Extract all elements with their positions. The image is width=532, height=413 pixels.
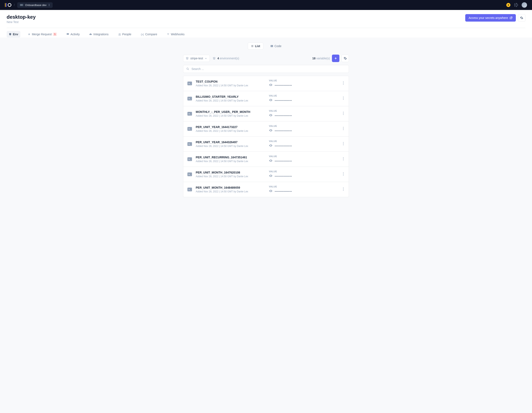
access-secrets-button[interactable]: Access your secrets anywhere: [465, 14, 516, 22]
variable-row[interactable]: >_ PER_UNIT_RECURRING_1647351461 Added N…: [183, 152, 349, 167]
layers-icon: [186, 57, 189, 60]
reveal-value-button[interactable]: [269, 83, 273, 88]
variable-row[interactable]: >_ PER_UNIT_YEAR_1644326497 Added Nov 28…: [183, 137, 349, 152]
search-input[interactable]: [191, 67, 346, 70]
variable-name: TEST_COUPON: [196, 80, 265, 83]
row-menu-button[interactable]: [342, 141, 345, 147]
view-code-button[interactable]: Code: [267, 43, 284, 49]
terminal-icon: >_: [187, 112, 192, 116]
variable-row[interactable]: >_ TEST_COUPON Added Nov 28, 2022 | 14:5…: [183, 76, 349, 91]
row-menu-button[interactable]: [342, 171, 345, 177]
variable-name: PER_UNIT_RECURRING_1647351461: [196, 156, 265, 159]
add-variable-button[interactable]: +: [332, 55, 339, 62]
reveal-value-button[interactable]: [269, 144, 273, 148]
reveal-value-button[interactable]: [269, 128, 273, 133]
variable-row[interactable]: >_ MONTHLY_-_PER_USER,_PER_MONTH Added N…: [183, 106, 349, 121]
tab-label: Webhooks: [171, 33, 185, 36]
reveal-value-button[interactable]: [269, 189, 273, 194]
logo[interactable]: [5, 3, 11, 7]
tabs: Env Merge Request 1 Activity Integration…: [7, 28, 525, 38]
layers-icon: [213, 57, 216, 60]
terminal-icon: >_: [187, 142, 192, 146]
page-subtitle: New Test: [7, 20, 36, 24]
add-global-button[interactable]: +: [506, 3, 510, 7]
svg-point-11: [343, 97, 344, 97]
settings-button[interactable]: [518, 14, 525, 22]
lifebuoy-icon: [515, 4, 517, 6]
svg-point-25: [343, 145, 344, 145]
tab-label: Env: [13, 33, 18, 36]
tab-label: Merge Request: [32, 33, 52, 36]
main-content: List Code stripe-test 4 environment(s) 1…: [183, 38, 349, 210]
row-menu-button[interactable]: [342, 156, 345, 162]
reveal-value-button[interactable]: [269, 159, 273, 163]
tab-webhooks[interactable]: Webhooks: [165, 31, 187, 38]
row-menu-button[interactable]: [342, 126, 345, 132]
tab-people[interactable]: People: [116, 31, 133, 38]
svg-point-15: [343, 112, 344, 112]
environment-count: 4 environment(s): [213, 57, 239, 60]
svg-point-27: [343, 157, 344, 158]
presentation-icon: [66, 33, 69, 36]
org-selector[interactable]: IIO Onboardbase dev: [17, 2, 53, 8]
variable-row[interactable]: >_ PER_UNIT_MONTH_1648489059 Added Nov 2…: [183, 182, 349, 197]
variable-row[interactable]: >_ PER_UNIT_YEAR_1644173227 Added Nov 28…: [183, 121, 349, 137]
svg-point-0: [516, 5, 516, 5]
svg-point-28: [343, 158, 344, 159]
chevron-down-icon: [205, 57, 207, 59]
svg-point-18: [271, 130, 271, 131]
variable-list: >_ TEST_COUPON Added Nov 28, 2022 | 14:5…: [183, 76, 349, 197]
page-header: desktop-key New Test Access your secrets…: [0, 10, 532, 38]
reveal-value-button[interactable]: [269, 113, 273, 118]
svg-point-13: [343, 99, 344, 100]
svg-point-34: [271, 191, 271, 191]
user-avatar[interactable]: [522, 2, 527, 8]
masked-value: •••••••••••••••: [275, 84, 292, 87]
tab-integrations[interactable]: Integrations: [87, 31, 111, 38]
value-header: VALUE: [269, 185, 338, 188]
reveal-value-button[interactable]: [269, 174, 273, 178]
search-box[interactable]: [183, 65, 349, 73]
variable-name: PER_UNIT_MONTH_1648489059: [196, 186, 265, 189]
svg-point-33: [343, 175, 344, 176]
terminal-icon: [270, 45, 273, 48]
view-list-button[interactable]: List: [248, 43, 263, 49]
terminal-icon: >_: [187, 157, 192, 161]
variable-name: MONTHLY_-_PER_USER,_PER_MONTH: [196, 110, 265, 114]
row-menu-button[interactable]: [342, 187, 345, 192]
list-settings-button[interactable]: [342, 55, 349, 62]
help-button[interactable]: [514, 3, 518, 7]
variable-row[interactable]: >_ PER_UNIT_MONTH_1647620108 Added Nov 2…: [183, 167, 349, 182]
environment-selector[interactable]: stripe-test: [183, 55, 210, 62]
row-menu-button[interactable]: [342, 96, 345, 101]
view-toggle: List Code: [183, 43, 349, 49]
terminal-icon: >_: [187, 188, 192, 191]
svg-point-8: [343, 83, 344, 83]
masked-value: •••••••••••••••: [275, 144, 292, 148]
row-menu-button[interactable]: [342, 111, 345, 117]
chevron-updown-icon: [48, 4, 50, 6]
wifi-icon: [167, 33, 170, 36]
svg-point-37: [343, 190, 344, 191]
svg-point-21: [343, 129, 344, 130]
terminal-icon: >_: [187, 82, 192, 85]
variable-name: PER_UNIT_YEAR_1644326497: [196, 140, 265, 144]
tab-label: People: [122, 33, 132, 36]
environment-selected: stripe-test: [190, 57, 203, 60]
gear-icon: [343, 57, 347, 60]
gear-icon: [520, 16, 523, 20]
tab-activity[interactable]: Activity: [64, 31, 82, 38]
value-header: VALUE: [269, 109, 338, 112]
svg-point-23: [343, 142, 344, 143]
tab-merge-request[interactable]: Merge Request 1: [26, 31, 59, 38]
reveal-value-button[interactable]: [269, 98, 273, 103]
breadcrumb-divider: /: [14, 3, 15, 7]
row-menu-button[interactable]: [342, 80, 345, 86]
tab-env[interactable]: Env: [7, 31, 20, 38]
terminal-icon: >_: [187, 97, 192, 100]
view-code-label: Code: [275, 44, 281, 48]
tab-compare[interactable]: {x} Compare: [139, 31, 159, 38]
variable-meta: Added Nov 28, 2022 | 14:50 GMT by Dante …: [196, 190, 265, 193]
value-header: VALUE: [269, 125, 338, 127]
variable-row[interactable]: >_ BILLISIMO_STARTER_YEARLY Added Nov 28…: [183, 91, 349, 106]
